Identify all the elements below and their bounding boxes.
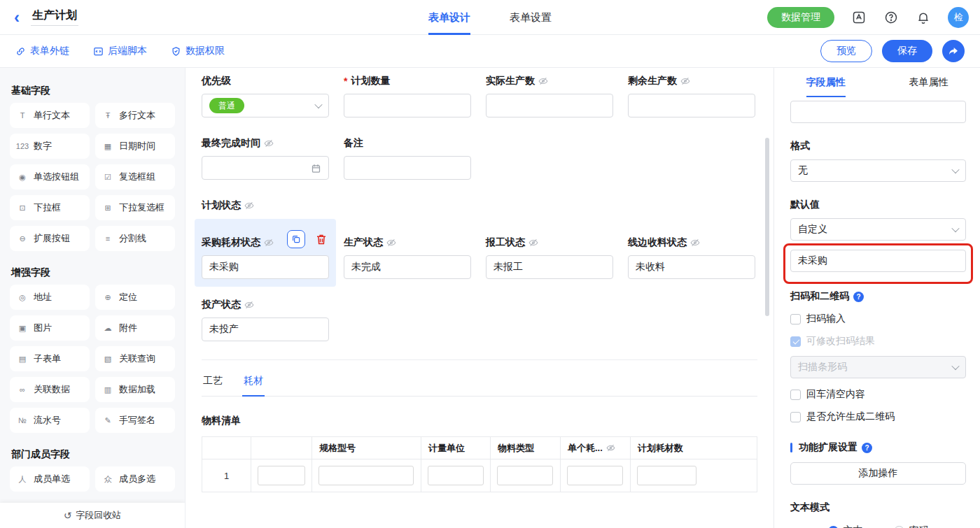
- field-plan-quantity[interactable]: *计划数量: [344, 75, 471, 117]
- delete-field-button[interactable]: [315, 233, 328, 245]
- share-button[interactable]: [942, 40, 965, 62]
- report-status-input[interactable]: [486, 255, 613, 279]
- sidebar-item-linked-data[interactable]: ∞关联数据: [10, 377, 90, 402]
- sidebar-item-extend-button[interactable]: ⊖扩展按钮: [10, 226, 90, 251]
- remark-input[interactable]: [344, 156, 471, 180]
- default-custom-value-input[interactable]: [790, 250, 966, 272]
- table-cell-input-type[interactable]: [497, 466, 553, 485]
- table-cell-input-spec[interactable]: [318, 466, 414, 485]
- form-canvas[interactable]: 优先级 普通 *计划数量 实际生产数 剩余生产数: [186, 68, 774, 528]
- sidebar-item-data-load[interactable]: ▥数据加载: [95, 377, 175, 402]
- checkbox-enter-clear[interactable]: 回车清空内容: [790, 388, 966, 401]
- sidebar-item-linked-query[interactable]: ▧关联查询: [95, 346, 175, 371]
- checkbox-allow-qrcode[interactable]: 是否允许生成二维码: [790, 411, 966, 423]
- field-purchase-material-status-selected[interactable]: 采购耗材状态: [195, 219, 336, 287]
- help-circle-icon[interactable]: [883, 10, 899, 25]
- line-receive-status-input[interactable]: [628, 255, 755, 279]
- field-production-status[interactable]: 生产状态: [344, 236, 471, 279]
- table-cell-input-unit[interactable]: [428, 466, 484, 485]
- default-value-label: 默认值: [790, 199, 966, 211]
- radio-text[interactable]: 文本: [828, 525, 863, 528]
- sidebar-item-divider[interactable]: ≡分割线: [95, 226, 175, 251]
- add-action-button[interactable]: 添加操作: [790, 462, 966, 485]
- tab-form-design[interactable]: 表单设计: [428, 0, 470, 35]
- table-cell-input[interactable]: [258, 466, 305, 485]
- dropdown-icon: ⊡: [15, 204, 29, 213]
- radio-password[interactable]: 密码: [894, 525, 929, 528]
- sidebar-item-dropdown[interactable]: ⊡下拉框: [10, 195, 90, 220]
- backend-script-link[interactable]: 后端脚本: [93, 45, 147, 57]
- field-line-receive-status[interactable]: 线边收料状态: [628, 236, 755, 279]
- final-finish-time-picker[interactable]: [202, 156, 329, 180]
- material-table[interactable]: 规格型号 计量单位 物料类型 单个耗... 计划耗材数 1: [202, 436, 757, 492]
- sidebar-item-label: 附件: [119, 322, 137, 334]
- field-actual-production[interactable]: 实际生产数: [486, 75, 613, 117]
- sidebar-item-dropdown-multi[interactable]: ⊞下拉复选框: [95, 195, 175, 220]
- field-recycle-bin[interactable]: ↺ 字段回收站: [0, 503, 185, 528]
- field-invest-status[interactable]: 投产状态: [202, 299, 329, 341]
- remaining-production-input[interactable]: [628, 94, 755, 117]
- data-manage-button[interactable]: 数据管理: [767, 7, 834, 28]
- priority-select[interactable]: 普通: [202, 94, 329, 117]
- field-priority[interactable]: 优先级 普通: [202, 75, 329, 117]
- sidebar-item-checkbox-group[interactable]: ☑复选框组: [95, 164, 175, 190]
- purchase-status-input[interactable]: [202, 255, 329, 279]
- tab-field-properties[interactable]: 字段属性: [774, 68, 877, 97]
- sidebar-item-label: 图片: [34, 322, 52, 334]
- copy-field-button[interactable]: [287, 230, 305, 248]
- field-remark[interactable]: 备注: [344, 137, 471, 180]
- bell-icon[interactable]: [916, 10, 931, 25]
- sidebar-item-datetime[interactable]: ▦日期时间: [95, 134, 175, 159]
- signature-icon: ✎: [101, 416, 115, 425]
- sidebar-item-member-multi[interactable]: 众成员多选: [95, 466, 175, 492]
- field-label: 实际生产数: [486, 75, 535, 87]
- help-icon[interactable]: ?: [862, 443, 872, 453]
- canvas-scrollbar[interactable]: [765, 138, 769, 316]
- location-icon: ⊕: [101, 293, 115, 302]
- format-select[interactable]: 无: [790, 159, 966, 182]
- avatar[interactable]: 检: [948, 7, 969, 28]
- tab-form-properties[interactable]: 表单属性: [877, 68, 980, 97]
- help-icon[interactable]: ?: [853, 292, 864, 302]
- field-report-status[interactable]: 报工状态: [486, 236, 613, 279]
- sidebar-item-signature[interactable]: ✎手写签名: [95, 408, 175, 433]
- invest-status-input[interactable]: [202, 317, 329, 341]
- sidebar-item-multi-line-text[interactable]: Ŧ多行文本: [95, 103, 175, 128]
- field-plan-status-group[interactable]: 计划状态: [202, 199, 774, 211]
- copy-icon: [291, 234, 301, 244]
- checkbox-icon: ☑: [101, 173, 115, 182]
- properties-panel: 字段属性 表单属性 格式 无 默认值 自定义 扫码和二维码 ? 扫码输入: [774, 68, 980, 528]
- tab-form-settings[interactable]: 表单设置: [510, 0, 552, 35]
- page-title[interactable]: 生产计划: [31, 8, 78, 26]
- table-cell-input-per-consume[interactable]: [567, 466, 623, 485]
- tab-material[interactable]: 耗材: [242, 369, 265, 397]
- sidebar-item-radio-group[interactable]: ◉单选按钮组: [10, 164, 90, 190]
- table-cell-input-plan-consume[interactable]: [637, 466, 696, 485]
- number-icon: 123: [15, 142, 29, 150]
- sidebar-item-label: 下拉复选框: [119, 201, 164, 214]
- translate-icon[interactable]: [851, 10, 867, 25]
- save-button[interactable]: 保存: [882, 40, 932, 62]
- panel-top-input[interactable]: [790, 101, 966, 123]
- actual-production-input[interactable]: [486, 94, 613, 117]
- sidebar-item-address[interactable]: ◎地址: [10, 285, 90, 310]
- back-icon[interactable]: ‹: [11, 9, 22, 26]
- sidebar-item-image[interactable]: ▣图片: [10, 315, 90, 341]
- plan-quantity-input[interactable]: [344, 94, 471, 117]
- form-external-link[interactable]: 表单外链: [15, 45, 69, 57]
- sidebar-item-location[interactable]: ⊕定位: [95, 285, 175, 310]
- sidebar-item-member-single[interactable]: 人成员单选: [10, 466, 90, 492]
- default-value-select[interactable]: 自定义: [790, 218, 966, 241]
- data-permission-link[interactable]: 数据权限: [171, 45, 225, 57]
- sidebar-item-serial-number[interactable]: №流水号: [10, 408, 90, 433]
- field-remaining-production[interactable]: 剩余生产数: [628, 75, 755, 117]
- checkbox-scan-input[interactable]: 扫码输入: [790, 313, 966, 325]
- tab-process[interactable]: 工艺: [202, 369, 224, 397]
- field-final-finish-time[interactable]: 最终完成时间: [202, 137, 329, 180]
- production-status-input[interactable]: [344, 255, 471, 279]
- preview-button[interactable]: 预览: [820, 40, 872, 62]
- sidebar-item-number[interactable]: 123数字: [10, 134, 90, 159]
- sidebar-item-single-line-text[interactable]: T单行文本: [10, 103, 90, 128]
- sidebar-item-attachment[interactable]: ☁附件: [95, 315, 175, 341]
- sidebar-item-subform[interactable]: ▤子表单: [10, 346, 90, 371]
